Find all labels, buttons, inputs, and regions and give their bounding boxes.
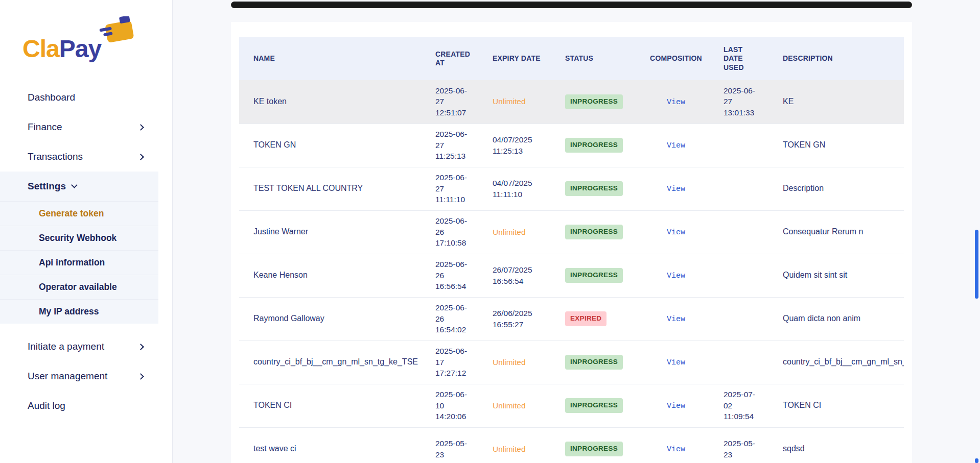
sidebar-subitem-my-ip-address[interactable]: My IP address — [0, 299, 158, 324]
cell-description: Quidem sit sint sit — [771, 254, 904, 297]
last-date-used-value: 2025-06-27 13:01:33 — [724, 85, 762, 118]
cell-status: INPROGRESS — [553, 124, 634, 167]
table-row[interactable]: TOKEN CI2025-06-10 14:20:06UnlimitedINPR… — [239, 384, 904, 427]
cell-name: test wave ci — [239, 427, 423, 463]
sidebar-item-label: User management — [28, 371, 107, 382]
sidebar: ClaPay DashboardFinanceTransactionsSetti… — [0, 0, 173, 463]
view-link[interactable]: View — [667, 185, 685, 193]
created-at-value: 2025-05-23 — [435, 438, 474, 460]
sidebar-subitem-generate-token[interactable]: Generate token — [0, 201, 158, 226]
column-header-label: CREATED AT — [435, 50, 475, 68]
view-link[interactable]: View — [667, 315, 685, 324]
view-link[interactable]: View — [667, 445, 685, 454]
sidebar-subitem-operator-available[interactable]: Operator available — [0, 275, 158, 299]
cell-name: TOKEN GN — [239, 124, 423, 167]
table-row[interactable]: Keane Henson2025-06-26 16:56:5426/07/202… — [239, 254, 904, 297]
cell-created-at: 2025-06-26 17:10:58 — [423, 210, 480, 254]
cell-last-date-used — [711, 210, 771, 254]
cell-description: Quam dicta non anim — [771, 297, 904, 340]
last-date-used-value: 2025-07-02 11:09:54 — [724, 389, 762, 422]
scrollbar-bottom-fragment[interactable] — [975, 458, 978, 463]
column-header-last-date-used: LAST DATE USED — [711, 37, 771, 80]
table-row[interactable]: Raymond Galloway2025-06-26 16:54:0226/06… — [239, 297, 904, 340]
table-row[interactable]: TEST TOKEN ALL COUNTRY2025-06-27 11:11:1… — [239, 167, 904, 210]
sidebar-subitem-api-information[interactable]: Api information — [0, 250, 158, 275]
cell-description: KE — [771, 80, 904, 124]
sidebar-item-dashboard[interactable]: Dashboard — [0, 83, 158, 112]
cell-status: INPROGRESS — [553, 384, 634, 427]
cell-last-date-used — [711, 124, 771, 167]
status-badge: INPROGRESS — [565, 181, 623, 196]
cell-name: Raymond Galloway — [239, 297, 423, 340]
sidebar-item-settings[interactable]: Settings — [0, 172, 158, 201]
sidebar-item-label: Dashboard — [28, 92, 75, 103]
cell-composition: View — [634, 297, 711, 340]
sidebar-item-audit-log[interactable]: Audit log — [0, 391, 158, 421]
cell-expiry-date: Unlimited — [480, 384, 553, 427]
column-header-label: LAST DATE USED — [724, 45, 751, 72]
view-link[interactable]: View — [667, 98, 685, 107]
sidebar-item-finance[interactable]: Finance — [0, 112, 158, 142]
sidebar-item-label: Transactions — [28, 151, 83, 162]
table-row[interactable]: KE token2025-06-27 12:51:07UnlimitedINPR… — [239, 80, 904, 124]
chevron-right-icon — [137, 124, 144, 131]
table-horizontal-scrollbar[interactable] — [231, 2, 912, 8]
view-link[interactable]: View — [667, 141, 685, 150]
vertical-scrollbar-thumb[interactable] — [975, 230, 978, 299]
cell-description: Description — [771, 167, 904, 210]
cell-expiry-date: 04/07/2025 11:25:13 — [480, 124, 553, 167]
cell-created-at: 2025-06-27 11:11:10 — [423, 167, 480, 210]
created-at-value: 2025-06-26 17:10:58 — [435, 215, 474, 249]
sidebar-item-label: Finance — [28, 121, 62, 133]
app-root: ClaPay DashboardFinanceTransactionsSetti… — [0, 0, 980, 463]
column-header-composition: COMPOSITION — [634, 37, 711, 80]
sidebar-nav: DashboardFinanceTransactionsSettingsGene… — [0, 83, 158, 421]
table-row[interactable]: Justine Warner2025-06-26 17:10:58Unlimit… — [239, 210, 904, 254]
view-link[interactable]: View — [667, 358, 685, 367]
cell-last-date-used — [711, 167, 771, 210]
sidebar-item-label: Audit log — [28, 400, 65, 411]
cell-status: INPROGRESS — [553, 427, 634, 463]
cell-last-date-used: 2025-07-02 11:09:54 — [711, 384, 771, 427]
sidebar-item-initiate-a-payment[interactable]: Initiate a payment — [0, 332, 158, 361]
sidebar-item-user-management[interactable]: User management — [0, 361, 158, 391]
cell-composition: View — [634, 124, 711, 167]
cell-composition: View — [634, 384, 711, 427]
status-badge: INPROGRESS — [565, 94, 623, 109]
status-badge: INPROGRESS — [565, 355, 623, 370]
table-row[interactable]: country_ci_bf_bj__cm_gn_ml_sn_tg_ke_TSE2… — [239, 340, 904, 384]
view-link[interactable]: View — [667, 228, 685, 237]
cell-description: sqdsd — [771, 427, 904, 463]
cell-composition: View — [634, 80, 711, 124]
settings-submenu: Generate tokenSecurity WebhookApi inform… — [0, 201, 158, 324]
cell-status: EXPIRED — [553, 297, 634, 340]
cell-name: country_ci_bf_bj__cm_gn_ml_sn_tg_ke_TSE — [239, 340, 423, 384]
cell-composition: View — [634, 210, 711, 254]
cell-composition: View — [634, 167, 711, 210]
cell-expiry-date: Unlimited — [480, 80, 553, 124]
cell-description: TOKEN GN — [771, 124, 904, 167]
cell-created-at: 2025-06-27 12:51:07 — [423, 80, 480, 124]
view-link[interactable]: View — [667, 272, 685, 280]
tokens-table: NAMECREATED ATEXPIRY DATESTATUSCOMPOSITI… — [239, 37, 904, 463]
column-header-name: NAME — [239, 37, 423, 80]
cell-expiry-date: 26/07/2025 16:56:54 — [480, 254, 553, 297]
cell-expiry-date: 26/06/2025 16:55:27 — [480, 297, 553, 340]
cell-expiry-date: Unlimited — [480, 340, 553, 384]
table-row[interactable]: TOKEN GN2025-06-27 11:25:1304/07/2025 11… — [239, 124, 904, 167]
created-at-value: 2025-06-10 14:20:06 — [435, 389, 474, 422]
table-row[interactable]: test wave ci2025-05-23UnlimitedINPROGRES… — [239, 427, 904, 463]
cell-status: INPROGRESS — [553, 80, 634, 124]
clapay-logo[interactable]: ClaPay — [22, 17, 150, 71]
cell-composition: View — [634, 340, 711, 384]
cell-created-at: 2025-06-17 17:27:12 — [423, 340, 480, 384]
chevron-right-icon — [137, 373, 144, 380]
view-link[interactable]: View — [667, 402, 685, 410]
created-at-value: 2025-06-26 16:56:54 — [435, 259, 474, 292]
status-badge: INPROGRESS — [565, 268, 623, 283]
cell-status: INPROGRESS — [553, 254, 634, 297]
cell-last-date-used — [711, 254, 771, 297]
sidebar-item-transactions[interactable]: Transactions — [0, 142, 158, 172]
sidebar-subitem-security-webhook[interactable]: Security Webhook — [0, 226, 158, 250]
cell-status: INPROGRESS — [553, 210, 634, 254]
